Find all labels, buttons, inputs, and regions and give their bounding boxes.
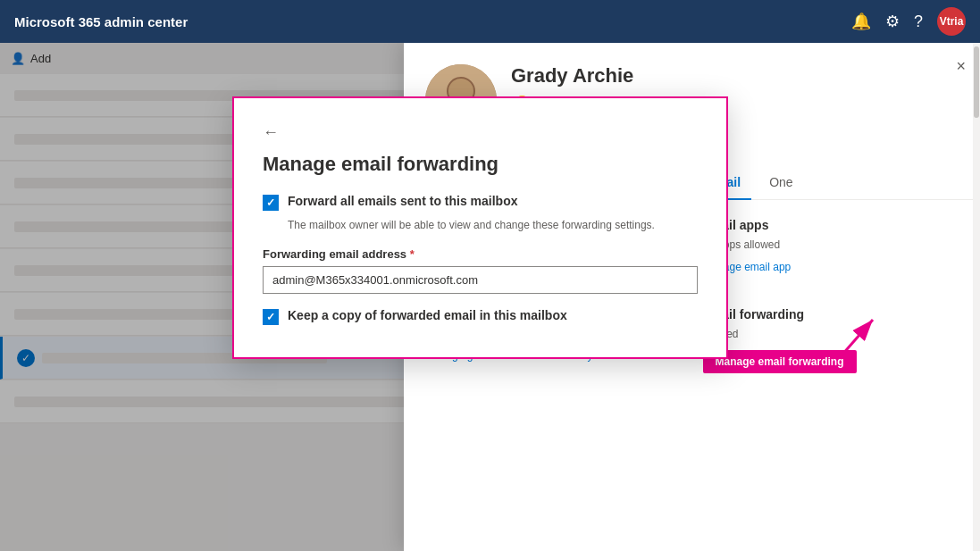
- copy-checkbox[interactable]: ✓: [263, 309, 279, 325]
- forwarding-panel: ← Manage email forwarding ✓ Forward all …: [232, 96, 728, 359]
- forward-checkbox-label: Forward all emails sent to this mailbox: [288, 194, 518, 208]
- topbar-icons: 🔔 ⚙ ? Vtria: [851, 7, 966, 36]
- email-field-label: Forwarding email address *: [263, 247, 698, 261]
- settings-icon[interactable]: ⚙: [885, 12, 900, 31]
- main-area: 👤 Add ✓ ×: [0, 43, 980, 551]
- close-button[interactable]: ×: [956, 57, 966, 76]
- email-forwarding-value: Applied: [703, 327, 959, 342]
- panel-scrollbar[interactable]: [973, 43, 980, 551]
- help-icon[interactable]: ?: [914, 13, 923, 31]
- email-apps-title: Email apps: [703, 218, 959, 232]
- pink-arrow-indicator: [833, 311, 886, 364]
- email-forwarding-section: Email forwarding Applied Manage email fo…: [703, 307, 959, 374]
- copy-checkbox-label: Keep a copy of forwarded email in this m…: [288, 308, 567, 322]
- email-apps-section: Email apps All apps allowed Manage email…: [703, 218, 959, 289]
- bell-icon[interactable]: 🔔: [851, 12, 871, 31]
- copy-checkbox-row: ✓ Keep a copy of forwarded email in this…: [263, 308, 698, 325]
- email-forwarding-title: Email forwarding: [703, 307, 959, 321]
- tab-one[interactable]: One: [758, 166, 803, 200]
- required-star: *: [410, 247, 415, 261]
- back-button[interactable]: ←: [263, 123, 279, 142]
- forward-checkbox-row: ✓ Forward all emails sent to this mailbo…: [263, 194, 698, 211]
- app-title: Microsoft 365 admin center: [14, 14, 851, 29]
- scrollbar-thumb: [974, 46, 979, 118]
- forward-checkbox-check: ✓: [266, 196, 275, 209]
- copy-checkbox-check: ✓: [266, 311, 275, 323]
- user-name: Grady Archie: [511, 64, 959, 88]
- user-avatar-topbar[interactable]: Vtria: [937, 7, 966, 36]
- svg-line-5: [842, 320, 873, 355]
- email-apps-text: All apps allowed: [703, 238, 959, 253]
- topbar: Microsoft 365 admin center 🔔 ⚙ ? Vtria: [0, 0, 980, 43]
- forwarding-panel-title: Manage email forwarding: [263, 153, 698, 176]
- forward-checkbox[interactable]: ✓: [263, 195, 279, 211]
- forward-checkbox-sublabel: The mailbox owner will be able to view a…: [288, 218, 698, 233]
- forwarding-email-input[interactable]: [263, 266, 698, 294]
